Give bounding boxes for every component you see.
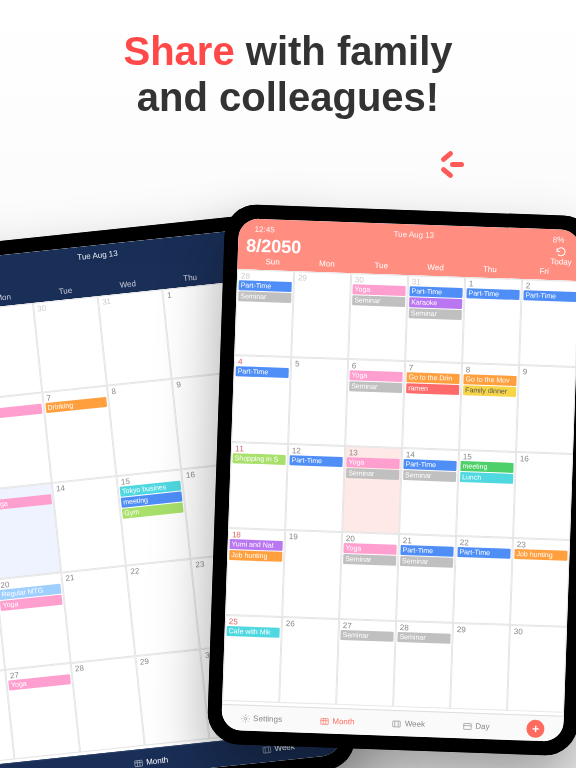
event-chip[interactable]: Seminar — [403, 470, 456, 482]
event-chip[interactable]: Yoga — [352, 284, 405, 296]
calendar-cell[interactable]: 27Seminar — [336, 619, 396, 707]
add-event-button[interactable]: + — [526, 719, 545, 738]
day-number: 30 — [512, 627, 565, 638]
month-view-button[interactable]: Month — [319, 716, 355, 727]
calendar-cell[interactable]: 16 — [513, 452, 573, 540]
calendar-cell[interactable]: 28Part-TimeSeminar — [234, 269, 294, 357]
event-chip[interactable]: Part-Time — [400, 545, 453, 557]
event-chip[interactable]: Seminar — [409, 308, 462, 320]
calendar-cell[interactable]: 23Job hunting — [510, 538, 570, 626]
calendar-cell[interactable]: 12Part-Time — [285, 444, 345, 532]
svg-rect-13 — [320, 718, 328, 724]
event-chip[interactable]: Seminar — [400, 556, 453, 568]
event-chip[interactable]: Cafe with Mik — [226, 626, 279, 638]
event-chip[interactable]: Part-Time — [403, 459, 456, 471]
calendar-cell[interactable]: 18Yumi and NatJob hunting — [225, 528, 285, 616]
calendar-cell[interactable]: 21 — [61, 566, 135, 663]
calendar-cell[interactable]: 29 — [135, 649, 209, 746]
month-view-button[interactable]: Month — [133, 755, 169, 768]
calendar-cell[interactable]: 27Yoga — [5, 663, 79, 760]
calendar-cell[interactable]: 19 — [282, 530, 342, 618]
calendar-cell[interactable]: 29 — [450, 622, 510, 710]
settings-button[interactable]: Settings — [240, 713, 282, 724]
calendar-cell[interactable]: 30 — [507, 624, 567, 712]
calendar-cell[interactable]: 28Seminar — [393, 621, 453, 709]
svg-point-12 — [244, 717, 247, 720]
calendar-cell[interactable]: 7Go to the Drinramen — [402, 361, 462, 449]
event-chip[interactable]: Yumi and Nat — [229, 539, 282, 551]
event-chip[interactable]: Job hunting — [514, 549, 567, 561]
event-chip[interactable]: Seminar — [352, 295, 405, 307]
event-chip[interactable]: meeting — [460, 461, 513, 473]
calendar-cell[interactable]: 8 — [107, 379, 181, 476]
day-number: 5 — [293, 360, 346, 371]
calendar-cell[interactable]: 22 — [126, 559, 200, 656]
event-chip[interactable]: Seminar — [349, 382, 402, 394]
day-number: 9 — [521, 368, 574, 379]
event-chip[interactable]: Part-Time — [457, 547, 510, 559]
event-chip[interactable]: Seminar — [397, 632, 450, 644]
event-chip[interactable]: Seminar — [340, 630, 393, 642]
dow-label: Tue — [354, 260, 409, 271]
event-chip[interactable]: ramen — [406, 384, 459, 396]
calendar-cell[interactable]: 14Part-TimeSeminar — [399, 448, 459, 536]
week-view-button[interactable]: Week — [392, 718, 426, 729]
calendar-cell[interactable]: 5 — [288, 357, 348, 445]
calendar-cell[interactable]: 8Go to the MovFamily dinner — [459, 363, 519, 451]
event-chip[interactable]: Seminar — [346, 468, 399, 480]
calendar-cell[interactable]: 30 — [33, 296, 107, 393]
calendar-cell[interactable]: 21Part-TimeSeminar — [396, 534, 456, 622]
event-chip[interactable]: Part-Time — [236, 367, 289, 379]
day-number: 29 — [455, 625, 508, 636]
event-chip[interactable]: Part-Time — [409, 286, 462, 298]
event-chip[interactable]: Part-Time — [239, 280, 292, 292]
svg-line-9 — [268, 746, 269, 752]
calendar-cell[interactable]: 7Drinking — [42, 386, 116, 483]
calendar-cell[interactable]: 28 — [70, 656, 144, 753]
calendar-cell[interactable]: 9 — [516, 365, 576, 453]
calendar-cell[interactable]: 13Yoga — [0, 483, 61, 580]
event-chip[interactable]: Go to the Drin — [406, 373, 459, 385]
event-chip[interactable]: Yoga — [346, 457, 399, 469]
calendar-cell[interactable]: 4Part-Time — [231, 355, 291, 443]
calendar-cell[interactable]: 26 — [279, 617, 339, 705]
event-chip[interactable]: Family dinner — [463, 386, 516, 398]
calendar-grid[interactable]: 28Part-TimeSeminar2930YogaSeminar31Part-… — [222, 269, 576, 713]
calendar-cell[interactable]: 20YogaSeminar — [339, 532, 399, 620]
svg-rect-20 — [463, 723, 471, 729]
svg-line-8 — [265, 747, 266, 753]
calendar-cell[interactable]: 2Part-Time — [519, 279, 576, 367]
event-chip[interactable]: Seminar — [238, 291, 291, 303]
calendar-cell[interactable]: 15meetingLunch — [456, 450, 516, 538]
svg-line-4 — [134, 762, 141, 763]
today-button[interactable]: Today — [550, 246, 572, 267]
calendar-cell[interactable]: 29 — [291, 271, 351, 359]
calendar-cell[interactable]: 30YogaSeminar — [348, 273, 408, 361]
event-chip[interactable]: Yoga — [343, 543, 396, 555]
calendar-cell[interactable]: 11Shopping in S — [228, 442, 288, 530]
calendar-cell[interactable]: 1Part-Time — [462, 277, 522, 365]
event-chip[interactable]: Shopping in S — [232, 453, 285, 465]
calendar-cell[interactable]: 20Regular MTGYoga — [0, 573, 70, 670]
event-chip[interactable]: Yoga — [349, 371, 402, 383]
calendar-cell[interactable]: 31Part-TimeKaraokeSeminar — [405, 275, 465, 363]
dow-label: Sun — [245, 256, 300, 267]
event-chip[interactable]: Seminar — [343, 554, 396, 566]
event-chip[interactable]: Part-Time — [523, 290, 576, 302]
day-view-button[interactable]: Day — [462, 721, 490, 732]
calendar-cell[interactable]: 13YogaSeminar — [342, 446, 402, 534]
promo-headline: Share with family and colleagues! — [0, 0, 576, 126]
calendar-cell[interactable]: 31 — [98, 289, 172, 386]
calendar-cell[interactable]: 22Part-Time — [453, 536, 513, 624]
event-chip[interactable]: Karaoke — [409, 297, 462, 309]
event-chip[interactable]: Job hunting — [229, 550, 282, 562]
month-year-title[interactable]: 8/2050 — [246, 235, 302, 258]
calendar-cell[interactable]: 25Cafe with Mik — [222, 615, 282, 703]
event-chip[interactable]: Part-Time — [289, 455, 342, 467]
calendar-cell[interactable]: 15Tokyo businesmeetingGym — [116, 469, 190, 566]
event-chip[interactable]: Go to the Mov — [463, 375, 516, 387]
calendar-cell[interactable]: 6YogaSeminar — [345, 359, 405, 447]
calendar-cell[interactable]: 14 — [51, 476, 125, 573]
event-chip[interactable]: Part-Time — [466, 288, 519, 300]
event-chip[interactable]: Lunch — [460, 472, 513, 484]
